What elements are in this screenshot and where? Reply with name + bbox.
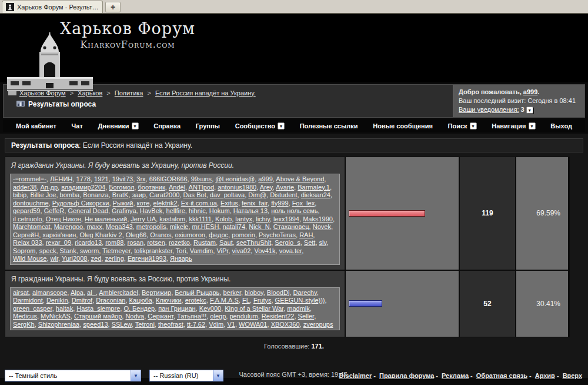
- voter-link[interactable]: F.A.M.A.S: [210, 297, 239, 304]
- nav-item-groups[interactable]: Группы: [196, 122, 220, 130]
- voter-link[interactable]: Andël: [169, 184, 185, 191]
- voter-link[interactable]: Tietmeyer: [102, 247, 131, 254]
- voter-link[interactable]: -=rommel=-: [13, 175, 46, 182]
- voter-link[interactable]: vova.ter: [279, 247, 302, 254]
- voter-link[interactable]: Alpa: [71, 289, 83, 296]
- voter-link[interactable]: ANTIpod: [189, 184, 214, 191]
- voter-link[interactable]: BratK: [112, 191, 129, 198]
- voter-link[interactable]: Denikin: [46, 297, 68, 304]
- voter-link[interactable]: speck: [39, 247, 56, 254]
- voter-link[interactable]: Barmaley.1: [298, 184, 330, 191]
- voter-link[interactable]: Yuri2008: [62, 255, 87, 262]
- voter-link[interactable]: pendulum: [229, 313, 258, 320]
- voter-link[interactable]: Вертижир: [142, 289, 171, 296]
- voter-link[interactable]: Grafinya: [112, 207, 136, 214]
- voter-link[interactable]: theofrast: [158, 321, 183, 328]
- voter-link[interactable]: pomorin: [232, 231, 255, 238]
- voter-link[interactable]: dontouchme: [13, 200, 49, 207]
- voter-link[interactable]: rexar_09: [46, 239, 71, 246]
- voter-link[interactable]: Marchtomcat: [13, 223, 51, 230]
- voter-link[interactable]: SergKh: [13, 321, 35, 328]
- select-arrow-icon[interactable]: [213, 370, 223, 381]
- voter-link[interactable]: Татьяна!!!: [177, 313, 206, 320]
- voter-link[interactable]: airsat: [13, 289, 29, 296]
- voter-link[interactable]: PsychoTeras: [259, 231, 296, 238]
- voter-link[interactable]: bioboy: [245, 289, 263, 296]
- voter-link[interactable]: Hasta_siempre: [76, 305, 120, 312]
- voter-link[interactable]: lichiy: [256, 215, 270, 223]
- footer-link-feedback[interactable]: Обратная связь: [476, 372, 527, 379]
- voter-link[interactable]: ricardo13: [75, 239, 102, 246]
- voter-link[interactable]: Key000: [199, 305, 221, 312]
- nav-item-links[interactable]: Полезные ссылки: [300, 122, 358, 130]
- voter-link[interactable]: Medicus: [13, 313, 37, 320]
- voter-link[interactable]: Ап-др: [41, 184, 58, 191]
- voter-link[interactable]: RAH: [299, 231, 313, 238]
- voter-link[interactable]: viva02: [232, 247, 250, 254]
- voter-link[interactable]: Dim@: [248, 191, 266, 198]
- voter-link[interactable]: заир: [132, 191, 146, 198]
- nav-item-search[interactable]: Поиск: [448, 122, 477, 130]
- dropdown-icon[interactable]: [470, 122, 477, 130]
- voter-link[interactable]: 19vit73: [112, 175, 133, 182]
- language-select[interactable]: -- Russian (RU): [149, 370, 223, 381]
- username-link[interactable]: a999: [523, 88, 537, 95]
- voter-link[interactable]: almanscope: [32, 289, 67, 296]
- voter-link[interactable]: Старший майор: [74, 313, 122, 320]
- dropdown-icon[interactable]: [132, 122, 139, 130]
- voter-link[interactable]: FL: [242, 297, 250, 304]
- voter-link[interactable]: hihnic: [189, 207, 206, 214]
- voter-link[interactable]: Sett: [304, 239, 316, 246]
- voter-link[interactable]: metropolis: [136, 223, 166, 230]
- voter-link[interactable]: Stank: [60, 247, 76, 254]
- voter-link[interactable]: О. Бендер: [123, 305, 155, 312]
- voter-link[interactable]: rom88: [105, 239, 123, 246]
- voter-link[interactable]: olegp: [210, 313, 226, 320]
- new-tab-button[interactable]: +: [105, 2, 121, 12]
- voter-link[interactable]: ViPr: [216, 247, 228, 254]
- voter-link[interactable]: GEEGUN-style))): [275, 297, 325, 304]
- voter-link[interactable]: General Dead: [68, 207, 108, 214]
- voter-link[interactable]: tolikprankster: [134, 247, 172, 254]
- breadcrumb-link-thread[interactable]: Если Россия нападёт на Украину.: [155, 89, 256, 97]
- dropdown-icon[interactable]: [278, 122, 285, 130]
- voter-link[interactable]: Novek: [313, 223, 331, 230]
- voter-link[interactable]: Saut: [219, 239, 233, 246]
- voter-link[interactable]: Не маленький: [85, 215, 127, 223]
- voter-link[interactable]: HavBek: [140, 207, 163, 214]
- voter-link[interactable]: oxiumoron: [175, 231, 205, 238]
- voter-link[interactable]: ЛЕНИН: [50, 175, 72, 182]
- voter-link[interactable]: Relax 033: [13, 239, 42, 246]
- voter-link[interactable]: владимир2204: [61, 184, 105, 191]
- nav-item-community[interactable]: Сообщество: [235, 122, 285, 130]
- voter-link[interactable]: sworm: [80, 247, 99, 254]
- voter-link[interactable]: Hokum: [209, 207, 230, 214]
- voter-link[interactable]: Nodva: [125, 313, 144, 320]
- voter-link[interactable]: bibip: [13, 191, 26, 198]
- voter-link[interactable]: zed: [91, 255, 102, 262]
- voter-link[interactable]: Белый Рыцарь: [175, 289, 219, 296]
- voter-link[interactable]: 666IGOR666: [149, 175, 188, 182]
- voter-link[interactable]: Рыжий: [113, 200, 133, 207]
- voter-link[interactable]: Billie Joe: [30, 191, 56, 198]
- voter-link[interactable]: Сержант: [148, 313, 173, 320]
- voter-link[interactable]: bomba: [60, 191, 80, 198]
- voter-link[interactable]: rotsen: [147, 239, 165, 246]
- select-arrow-icon[interactable]: [131, 370, 141, 381]
- voter-link[interactable]: Carat2000: [149, 191, 179, 198]
- voter-link[interactable]: ноль ноль семь: [271, 207, 318, 214]
- voter-link[interactable]: Arey: [260, 184, 273, 191]
- voter-link[interactable]: il cetriuolo: [13, 215, 42, 223]
- voter-link[interactable]: zveropups: [303, 321, 333, 328]
- voter-link[interactable]: Vov41k: [254, 247, 275, 254]
- voter-link[interactable]: 1778: [76, 175, 90, 182]
- voter-link[interactable]: kastalom: [159, 215, 185, 223]
- voter-link[interactable]: Tori: [176, 247, 186, 254]
- voter-link[interactable]: MyNickAS: [41, 313, 71, 320]
- voter-link[interactable]: Shizophreniaa: [38, 321, 79, 328]
- voter-link[interactable]: fly999: [271, 200, 288, 207]
- voter-link[interactable]: adder38: [13, 184, 36, 191]
- voter-link[interactable]: Amblercitadel: [99, 289, 138, 296]
- footer-link-top[interactable]: Вверх: [563, 372, 582, 379]
- voter-link[interactable]: maxx: [86, 223, 102, 230]
